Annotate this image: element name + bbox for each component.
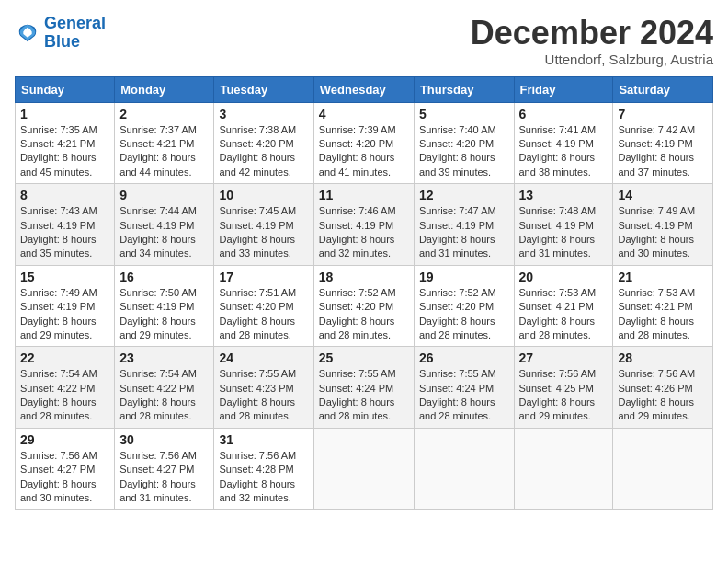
day-number: 15 xyxy=(20,270,109,284)
weekday-header: Wednesday xyxy=(313,76,414,102)
day-number: 28 xyxy=(618,350,708,365)
day-number: 23 xyxy=(119,350,209,365)
weekday-header: Tuesday xyxy=(214,76,313,102)
calendar-cell: 15Sunrise: 7:49 AMSunset: 4:19 PMDayligh… xyxy=(16,265,115,347)
page-header: General Blue December 2024 Uttendorf, Sa… xyxy=(15,15,713,67)
calendar-cell: 29Sunrise: 7:56 AMSunset: 4:27 PMDayligh… xyxy=(16,428,115,510)
calendar-cell: 31Sunrise: 7:56 AMSunset: 4:28 PMDayligh… xyxy=(214,428,313,510)
calendar-cell xyxy=(514,428,613,510)
calendar-week-row: 8Sunrise: 7:43 AMSunset: 4:19 PMDaylight… xyxy=(16,184,713,266)
day-number: 5 xyxy=(419,107,509,121)
calendar-cell: 27Sunrise: 7:56 AMSunset: 4:25 PMDayligh… xyxy=(514,347,613,429)
calendar-cell: 14Sunrise: 7:49 AMSunset: 4:19 PMDayligh… xyxy=(613,184,713,266)
calendar-week-row: 15Sunrise: 7:49 AMSunset: 4:19 PMDayligh… xyxy=(16,265,713,347)
logo-text: General Blue xyxy=(44,15,106,52)
day-info: Sunrise: 7:56 AMSunset: 4:28 PMDaylight:… xyxy=(219,449,308,506)
day-info: Sunrise: 7:52 AMSunset: 4:20 PMDaylight:… xyxy=(319,286,409,343)
day-info: Sunrise: 7:56 AMSunset: 4:27 PMDaylight:… xyxy=(20,449,109,506)
day-number: 30 xyxy=(119,432,209,447)
day-info: Sunrise: 7:47 AMSunset: 4:19 PMDaylight:… xyxy=(419,204,509,261)
day-number: 18 xyxy=(319,270,409,284)
calendar-cell: 8Sunrise: 7:43 AMSunset: 4:19 PMDaylight… xyxy=(16,184,115,266)
calendar-cell xyxy=(414,428,514,510)
day-info: Sunrise: 7:56 AMSunset: 4:26 PMDaylight:… xyxy=(618,367,708,424)
calendar-cell: 4Sunrise: 7:39 AMSunset: 4:20 PMDaylight… xyxy=(313,102,414,184)
day-number: 26 xyxy=(419,350,509,365)
day-info: Sunrise: 7:45 AMSunset: 4:19 PMDaylight:… xyxy=(219,204,308,261)
calendar-cell: 23Sunrise: 7:54 AMSunset: 4:22 PMDayligh… xyxy=(115,347,214,429)
day-number: 31 xyxy=(219,432,308,447)
calendar-cell: 25Sunrise: 7:55 AMSunset: 4:24 PMDayligh… xyxy=(313,347,414,429)
weekday-header: Friday xyxy=(514,76,613,102)
calendar-cell: 24Sunrise: 7:55 AMSunset: 4:23 PMDayligh… xyxy=(214,347,313,429)
day-number: 14 xyxy=(618,188,708,202)
calendar-cell: 12Sunrise: 7:47 AMSunset: 4:19 PMDayligh… xyxy=(414,184,514,266)
calendar-cell: 7Sunrise: 7:42 AMSunset: 4:19 PMDaylight… xyxy=(613,102,713,184)
day-info: Sunrise: 7:53 AMSunset: 4:21 PMDaylight:… xyxy=(519,286,609,343)
day-number: 1 xyxy=(20,107,109,121)
day-info: Sunrise: 7:54 AMSunset: 4:22 PMDaylight:… xyxy=(20,367,109,424)
calendar-cell: 20Sunrise: 7:53 AMSunset: 4:21 PMDayligh… xyxy=(514,265,613,347)
calendar-cell: 6Sunrise: 7:41 AMSunset: 4:19 PMDaylight… xyxy=(514,102,613,184)
day-info: Sunrise: 7:38 AMSunset: 4:20 PMDaylight:… xyxy=(219,123,308,180)
day-info: Sunrise: 7:55 AMSunset: 4:24 PMDaylight:… xyxy=(419,367,509,424)
calendar-cell xyxy=(613,428,713,510)
calendar-week-row: 22Sunrise: 7:54 AMSunset: 4:22 PMDayligh… xyxy=(16,347,713,429)
month-title: December 2024 xyxy=(471,15,713,52)
day-info: Sunrise: 7:46 AMSunset: 4:19 PMDaylight:… xyxy=(319,204,409,261)
day-number: 13 xyxy=(519,188,609,202)
day-number: 4 xyxy=(319,107,409,121)
logo: General Blue xyxy=(15,15,106,52)
day-number: 25 xyxy=(319,350,409,365)
calendar-cell: 9Sunrise: 7:44 AMSunset: 4:19 PMDaylight… xyxy=(115,184,214,266)
day-info: Sunrise: 7:52 AMSunset: 4:20 PMDaylight:… xyxy=(419,286,509,343)
day-number: 29 xyxy=(20,432,109,447)
weekday-header: Monday xyxy=(115,76,214,102)
calendar-cell: 21Sunrise: 7:53 AMSunset: 4:21 PMDayligh… xyxy=(613,265,713,347)
day-number: 22 xyxy=(20,350,109,365)
day-info: Sunrise: 7:44 AMSunset: 4:19 PMDaylight:… xyxy=(119,204,209,261)
weekday-header: Sunday xyxy=(16,76,115,102)
day-number: 19 xyxy=(419,270,509,284)
calendar-cell: 1Sunrise: 7:35 AMSunset: 4:21 PMDaylight… xyxy=(16,102,115,184)
calendar-cell: 16Sunrise: 7:50 AMSunset: 4:19 PMDayligh… xyxy=(115,265,214,347)
day-number: 20 xyxy=(519,270,609,284)
location: Uttendorf, Salzburg, Austria xyxy=(471,52,713,67)
weekday-header: Saturday xyxy=(613,76,713,102)
calendar-cell: 3Sunrise: 7:38 AMSunset: 4:20 PMDaylight… xyxy=(214,102,313,184)
calendar-cell: 19Sunrise: 7:52 AMSunset: 4:20 PMDayligh… xyxy=(414,265,514,347)
calendar-cell: 26Sunrise: 7:55 AMSunset: 4:24 PMDayligh… xyxy=(414,347,514,429)
day-number: 8 xyxy=(20,188,109,202)
day-number: 17 xyxy=(219,270,308,284)
day-number: 2 xyxy=(119,107,209,121)
day-number: 7 xyxy=(618,107,708,121)
calendar-table: SundayMondayTuesdayWednesdayThursdayFrid… xyxy=(15,76,713,511)
day-number: 10 xyxy=(219,188,308,202)
calendar-cell: 28Sunrise: 7:56 AMSunset: 4:26 PMDayligh… xyxy=(613,347,713,429)
weekday-header: Thursday xyxy=(414,76,514,102)
day-info: Sunrise: 7:53 AMSunset: 4:21 PMDaylight:… xyxy=(618,286,708,343)
day-info: Sunrise: 7:56 AMSunset: 4:25 PMDaylight:… xyxy=(519,367,609,424)
day-number: 9 xyxy=(119,188,209,202)
calendar-cell: 22Sunrise: 7:54 AMSunset: 4:22 PMDayligh… xyxy=(16,347,115,429)
day-info: Sunrise: 7:42 AMSunset: 4:19 PMDaylight:… xyxy=(618,123,708,180)
calendar-cell: 2Sunrise: 7:37 AMSunset: 4:21 PMDaylight… xyxy=(115,102,214,184)
logo-icon xyxy=(15,20,40,46)
calendar-cell: 11Sunrise: 7:46 AMSunset: 4:19 PMDayligh… xyxy=(313,184,414,266)
day-info: Sunrise: 7:35 AMSunset: 4:21 PMDaylight:… xyxy=(20,123,109,180)
day-info: Sunrise: 7:49 AMSunset: 4:19 PMDaylight:… xyxy=(618,204,708,261)
day-number: 21 xyxy=(618,270,708,284)
calendar-cell: 13Sunrise: 7:48 AMSunset: 4:19 PMDayligh… xyxy=(514,184,613,266)
day-info: Sunrise: 7:41 AMSunset: 4:19 PMDaylight:… xyxy=(519,123,609,180)
calendar-cell: 5Sunrise: 7:40 AMSunset: 4:20 PMDaylight… xyxy=(414,102,514,184)
day-info: Sunrise: 7:50 AMSunset: 4:19 PMDaylight:… xyxy=(119,286,209,343)
calendar-cell: 18Sunrise: 7:52 AMSunset: 4:20 PMDayligh… xyxy=(313,265,414,347)
day-info: Sunrise: 7:49 AMSunset: 4:19 PMDaylight:… xyxy=(20,286,109,343)
day-info: Sunrise: 7:40 AMSunset: 4:20 PMDaylight:… xyxy=(419,123,509,180)
day-info: Sunrise: 7:55 AMSunset: 4:24 PMDaylight:… xyxy=(319,367,409,424)
day-info: Sunrise: 7:51 AMSunset: 4:20 PMDaylight:… xyxy=(219,286,308,343)
calendar-header-row: SundayMondayTuesdayWednesdayThursdayFrid… xyxy=(16,76,713,102)
calendar-cell: 17Sunrise: 7:51 AMSunset: 4:20 PMDayligh… xyxy=(214,265,313,347)
day-number: 11 xyxy=(319,188,409,202)
title-block: December 2024 Uttendorf, Salzburg, Austr… xyxy=(471,15,713,67)
